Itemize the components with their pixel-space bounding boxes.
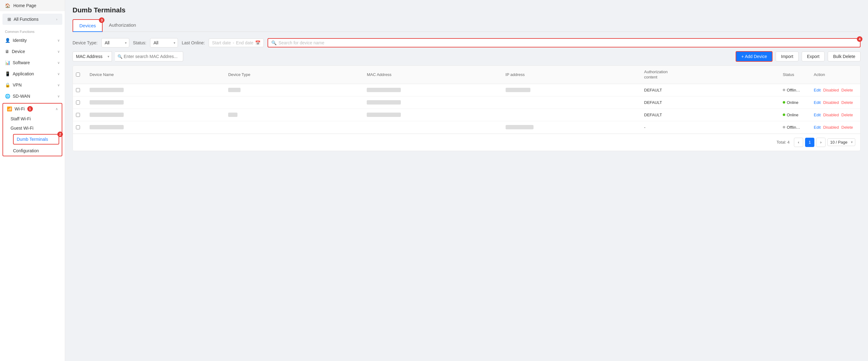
pagination-total: Total: 4 (777, 140, 789, 145)
sidebar-item-wifi[interactable]: 📶 Wi-Fi 1 ∧ (3, 103, 62, 114)
sidebar-wifi-section: 📶 Wi-Fi 1 ∧ Staff Wi-Fi Guest Wi-Fi Dumb… (2, 103, 62, 156)
main-content: Dumb Terminals Devices 3 Authorization D… (65, 0, 868, 361)
col-auth-content: Authorizationcontent (641, 66, 780, 84)
export-button[interactable]: Export (802, 52, 825, 61)
row4-mac-address (364, 121, 502, 133)
status-label: Status: (133, 40, 147, 45)
badge-2: 2 (57, 131, 63, 137)
sidebar-item-application[interactable]: 📱 Application ∨ (0, 68, 65, 80)
row4-edit-button[interactable]: Edit (814, 125, 820, 130)
sidebar-item-staff-wifi[interactable]: Staff Wi-Fi (7, 114, 62, 123)
row1-auth-content: DEFAULT (641, 84, 780, 96)
import-button[interactable]: Import (776, 52, 799, 61)
row1-actions: Edit Disabled Delete (811, 84, 860, 96)
sdwan-icon: 🌐 (5, 94, 10, 99)
row3-actions: Edit Disabled Delete (811, 109, 860, 121)
col-action: Action (811, 66, 860, 84)
col-checkbox[interactable] (73, 66, 87, 84)
identity-icon: 👤 (5, 38, 10, 43)
add-device-button[interactable]: + Add Device (736, 51, 773, 62)
sidebar-all-functions[interactable]: ⊞ All Functions › (2, 13, 62, 25)
mac-address-select[interactable]: MAC Address (72, 52, 112, 61)
last-online-label: Last Online: (182, 40, 205, 45)
search-icon: 🔍 (271, 40, 277, 45)
row4-checkbox[interactable] (73, 121, 87, 133)
status-select[interactable]: All (150, 38, 178, 48)
chevron-down-icon: ∨ (57, 72, 60, 76)
row1-delete-button[interactable]: Delete (841, 88, 853, 92)
row2-checkbox[interactable] (73, 96, 87, 109)
software-icon: 📊 (5, 60, 10, 65)
row4-status: Offlin… (780, 121, 811, 133)
row3-device-name (87, 109, 225, 121)
row4-disabled-button[interactable]: Disabled (823, 125, 839, 130)
table-row: DEFAULT Online Edit Disabled Delete (73, 109, 860, 121)
mac-address-wrapper: MAC Address ▾ (72, 52, 112, 61)
device-type-wrapper: All ▾ (101, 38, 129, 48)
device-type-select[interactable]: All (101, 38, 129, 48)
start-date-placeholder: Start date (212, 40, 231, 45)
mac-search-input[interactable] (115, 52, 183, 61)
sidebar-item-software[interactable]: 📊 Software ∨ (0, 57, 65, 68)
row3-disabled-button[interactable]: Disabled (823, 113, 839, 117)
sidebar-item-vpn[interactable]: 🔒 VPN ∨ (0, 80, 65, 91)
chevron-right-icon: › (56, 18, 57, 21)
row3-checkbox[interactable] (73, 109, 87, 121)
row2-disabled-button[interactable]: Disabled (823, 100, 839, 105)
pagination-page-1[interactable]: 1 (805, 138, 814, 147)
sidebar-item-sdwan[interactable]: 🌐 SD-WAN ∨ (0, 91, 65, 102)
row4-actions: Edit Disabled Delete (811, 121, 860, 133)
chevron-down-icon: ∨ (57, 83, 60, 87)
sidebar-item-device[interactable]: 🖥 Device ∨ (0, 46, 65, 57)
row4-device-type (225, 121, 364, 133)
sidebar-item-dumb-terminals[interactable]: Dumb Terminals (13, 134, 59, 145)
row1-mac-address (364, 84, 502, 96)
search-box[interactable]: 🔍 Search for device name 4 (268, 38, 861, 48)
col-ip-address: IP address (502, 66, 641, 84)
status-dot-online (783, 114, 785, 116)
table-row: DEFAULT Offlin… Edit Disabled Delete (73, 84, 860, 96)
row3-delete-button[interactable]: Delete (841, 113, 853, 117)
page-title: Dumb Terminals (72, 6, 861, 14)
mac-search-wrapper: 🔍 (115, 52, 183, 61)
row2-device-type (225, 96, 364, 109)
row2-status: Online (780, 96, 811, 109)
pagination: Total: 4 ‹ 1 › 10 / Page 20 / Page 50 / … (73, 134, 860, 151)
table-row: - Offlin… Edit Disabled Delete (73, 121, 860, 134)
application-icon: 📱 (5, 71, 10, 76)
row1-device-type (225, 84, 364, 96)
row2-delete-button[interactable]: Delete (841, 100, 853, 105)
tab-devices[interactable]: Devices 3 (72, 19, 103, 32)
row3-edit-button[interactable]: Edit (814, 113, 820, 117)
home-icon: 🏠 (5, 3, 10, 8)
bulk-delete-button[interactable]: Bulk Delete (828, 52, 861, 61)
end-date-placeholder: End date (236, 40, 253, 45)
chevron-down-icon: ∨ (57, 50, 60, 54)
badge-1: 1 (27, 106, 33, 112)
pagination-next[interactable]: › (816, 138, 826, 147)
search-placeholder: Search for device name (278, 40, 324, 45)
table-header: Device Name Device Type MAC Address IP a… (73, 66, 860, 84)
row2-edit-button[interactable]: Edit (814, 100, 820, 105)
row1-disabled-button[interactable]: Disabled (823, 88, 839, 92)
per-page-select[interactable]: 10 / Page 20 / Page 50 / Page (827, 138, 855, 146)
tab-authorization[interactable]: Authorization (103, 19, 142, 32)
pagination-prev[interactable]: ‹ (794, 138, 803, 147)
col-status: Status (780, 66, 811, 84)
row2-ip-address (502, 96, 641, 109)
row1-checkbox[interactable] (73, 84, 87, 96)
grid-icon: ⊞ (7, 17, 11, 22)
row1-edit-button[interactable]: Edit (814, 88, 820, 92)
sidebar-item-guest-wifi[interactable]: Guest Wi-Fi (7, 123, 62, 133)
select-all-checkbox[interactable] (76, 72, 80, 77)
all-functions-label: All Functions (13, 17, 38, 22)
sidebar-item-identity[interactable]: 👤 Identity ∨ (0, 35, 65, 46)
sidebar-home[interactable]: 🏠 Home Page (0, 0, 65, 11)
date-range-picker[interactable]: Start date - End date 📅 (209, 38, 264, 47)
action-bar: MAC Address ▾ 🔍 + Add Device Import Expo… (72, 51, 861, 62)
col-device-type: Device Type (225, 66, 364, 84)
sidebar-item-configuration[interactable]: Configuration (7, 146, 62, 156)
row4-ip-address (502, 121, 641, 133)
status-dot-offline (783, 89, 785, 91)
row4-delete-button[interactable]: Delete (841, 125, 853, 130)
